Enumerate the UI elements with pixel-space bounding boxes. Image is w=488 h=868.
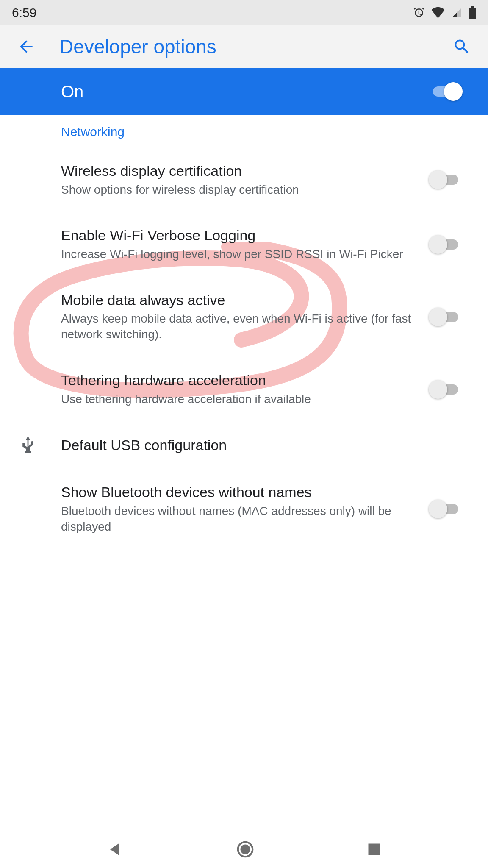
arrow-back-icon [17,37,36,56]
svg-rect-2 [368,843,380,855]
setting-wireless-display-cert[interactable]: Wireless display certification Show opti… [0,147,488,212]
setting-desc: Use tethering hardware acceleration if a… [61,392,416,407]
search-button[interactable] [452,37,471,56]
setting-title: Tethering hardware acceleration [61,371,416,390]
section-header-networking: Networking [0,115,488,147]
setting-switch[interactable] [429,308,463,326]
master-toggle-label: On [61,82,429,101]
navigation-bar [0,830,488,868]
setting-desc: Increase Wi-Fi logging level, show per S… [61,247,416,262]
page-title: Developer options [59,35,429,58]
app-bar: Developer options [0,25,488,68]
setting-bt-devices-without-names[interactable]: Show Bluetooth devices without names Blu… [0,469,488,549]
nav-recent-icon [366,842,382,857]
alarm-icon [413,6,425,19]
setting-desc: Always keep mobile data active, even whe… [61,311,416,342]
status-icons [413,6,476,19]
back-button[interactable] [17,37,36,56]
cellular-icon [451,7,463,18]
search-icon [452,37,471,56]
setting-switch[interactable] [429,500,463,518]
setting-switch[interactable] [429,380,463,399]
setting-switch[interactable] [429,235,463,254]
nav-back-button[interactable] [106,840,124,858]
setting-wifi-verbose-logging[interactable]: Enable Wi-Fi Verbose Logging Increase Wi… [0,212,488,276]
setting-desc: Show options for wireless display certif… [61,182,416,198]
setting-desc: Bluetooth devices without names (MAC add… [61,504,416,535]
setting-mobile-data-always-active[interactable]: Mobile data always active Always keep mo… [0,277,488,357]
nav-home-button[interactable] [236,840,255,859]
setting-default-usb-config[interactable]: Default USB configuration [0,422,488,469]
setting-title: Show Bluetooth devices without names [61,483,416,502]
setting-title: Wireless display certification [61,162,416,181]
setting-title: Enable Wi-Fi Verbose Logging [61,226,416,245]
battery-icon [469,6,476,19]
nav-back-icon [106,840,124,858]
master-toggle-row[interactable]: On [0,68,488,115]
setting-tethering-hw-accel[interactable]: Tethering hardware acceleration Use teth… [0,357,488,421]
wifi-icon [431,7,445,18]
status-bar: 6:59 [0,0,488,25]
setting-title: Mobile data always active [61,291,416,310]
usb-icon [21,436,35,455]
nav-home-icon [236,840,255,859]
svg-point-1 [240,844,250,854]
setting-title: Default USB configuration [61,436,450,455]
settings-list[interactable]: Networking Wireless display certificatio… [0,115,488,830]
master-switch[interactable] [429,82,463,101]
nav-recent-button[interactable] [366,842,382,857]
status-time: 6:59 [12,6,36,20]
setting-switch[interactable] [429,170,463,189]
